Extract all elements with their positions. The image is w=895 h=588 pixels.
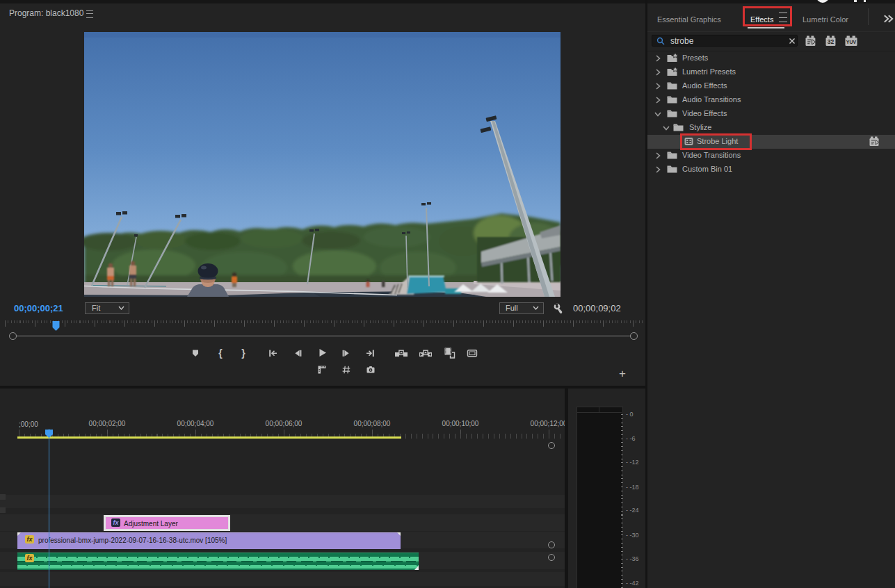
svg-text:32: 32 [828,38,834,45]
svg-text:YUV: YUV [846,40,857,44]
